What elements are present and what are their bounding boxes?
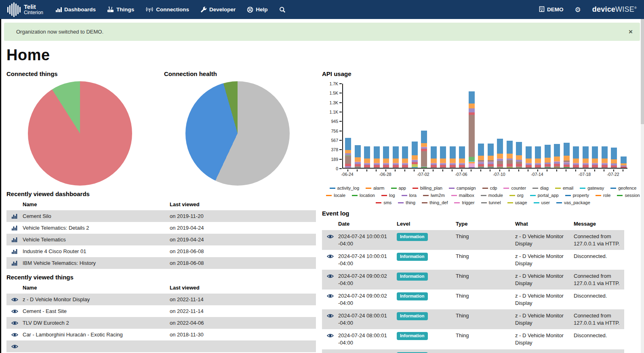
column-header-message: Message xyxy=(574,221,624,227)
telit-cinterion-logo[interactable]: Telit Cinterion xyxy=(7,2,43,17)
x-axis-tick-label: -07-06 xyxy=(455,172,467,177)
stacked-bar xyxy=(450,146,456,168)
eye-icon[interactable] xyxy=(322,332,338,346)
event-log-row[interactable]: 2024-07-24 09:00:02-04:00InformationThin… xyxy=(322,270,624,290)
event-date: 2024-07-24 10:00:01-04:00 xyxy=(338,233,397,247)
legend-item-email: email xyxy=(555,186,573,190)
table-row[interactable]: IBM Vehicle Telematics: Historyon 2018-0… xyxy=(6,257,316,269)
status-badge: Information xyxy=(397,292,428,300)
table-row[interactable]: Industrie 4 Cisco Router 01on 2018-06-08 xyxy=(6,245,316,257)
row-name[interactable]: Car - Lamborghini Huracán - Exotic Racin… xyxy=(23,332,170,338)
eye-icon[interactable] xyxy=(6,321,23,326)
nav-item-things[interactable]: Things xyxy=(107,6,134,13)
search-button[interactable] xyxy=(279,6,286,13)
row-name[interactable]: Industrie 4 Cisco Router 01 xyxy=(23,248,170,254)
stacked-bar xyxy=(602,146,608,168)
legend-item-billing_plan: billing_plan xyxy=(412,186,442,190)
eye-icon[interactable] xyxy=(322,312,338,326)
x-axis-tick-label: -07-14 xyxy=(531,172,543,177)
x-axis-tick-label: -06-24 xyxy=(341,172,353,177)
legend-item-session: session xyxy=(617,193,640,198)
top-navbar: Telit Cinterion Dashboards Things Connec… xyxy=(0,0,644,19)
row-name[interactable]: Cement Silo xyxy=(23,213,170,219)
table-row[interactable]: Car - Lamborghini Huracán - Exotic Racin… xyxy=(6,329,316,340)
bar-chart-icon[interactable] xyxy=(6,213,23,219)
row-last-viewed: on 2022-11-14 xyxy=(170,296,316,302)
event-log-panel: Event log Date Level Type What Message 2… xyxy=(322,210,644,353)
event-log-row[interactable]: 2024-07-24 08:00:01-04:00InformationThin… xyxy=(322,329,624,349)
stacked-bar xyxy=(564,143,570,168)
table-row[interactable]: Cement - East Siteon 2022-11-14 xyxy=(6,305,316,317)
row-last-viewed: on 2019-04-24 xyxy=(170,225,316,231)
event-log-row[interactable]: 2024-07-24 10:00:01-04:00InformationThin… xyxy=(322,250,624,270)
gear-icon[interactable]: ⚙ xyxy=(575,6,581,14)
y-axis-tick-label: 378 xyxy=(322,147,338,152)
bar-chart-icon[interactable] xyxy=(6,260,23,266)
eye-icon[interactable] xyxy=(6,297,23,302)
eye-icon[interactable] xyxy=(6,309,23,314)
legend-item-lora: lora xyxy=(402,193,417,198)
column-header-name: Name xyxy=(23,201,170,207)
nav-item-developer[interactable]: Developer xyxy=(200,6,236,13)
event-level: Information xyxy=(397,273,456,287)
row-name[interactable]: IBM Vehicle Telematics: History xyxy=(23,260,170,266)
event-what: z - D Vehicle Monitor Display xyxy=(515,332,574,346)
eye-icon[interactable] xyxy=(6,332,23,337)
event-log-row[interactable]: 2024-07-24 08:00:01-04:00InformationThin… xyxy=(322,309,624,329)
table-row[interactable]: Cement Siloon 2019-11-20 xyxy=(6,210,316,222)
row-name[interactable]: Vehicle Telematics xyxy=(23,237,170,243)
table-row[interactable]: z - D Vehicle Monitor Displayon 2022-11-… xyxy=(6,294,316,305)
vertical-scrollbar[interactable] xyxy=(641,19,644,353)
bar-chart-icon[interactable] xyxy=(6,237,23,242)
event-log-row[interactable]: 2024-07-24 10:00:01-04:00InformationThin… xyxy=(322,230,624,250)
legend-item-role: role xyxy=(596,193,610,198)
recent-dashboards-table: Name Last viewed Cement Siloon 2019-11-2… xyxy=(6,199,316,269)
stacked-bar xyxy=(345,138,351,168)
legend-item-usage: usage xyxy=(507,200,527,205)
recent-things-panel: Recently viewed things Name Last viewed … xyxy=(6,274,316,352)
table-row[interactable]: TLV DW Eurotech 2on 2022-04-06 xyxy=(6,317,316,329)
row-name[interactable]: z - D Vehicle Monitor Display xyxy=(23,296,170,302)
event-log-row[interactable]: 2024-07-24 09:00:02-04:00InformationThin… xyxy=(322,290,624,309)
table-row[interactable]: Vehicle Telematicson 2019-04-24 xyxy=(6,234,316,245)
stacked-bar xyxy=(431,146,437,168)
org-switcher[interactable]: DEMO xyxy=(539,6,564,13)
event-message: Disconnected. xyxy=(574,253,624,267)
stacked-bar xyxy=(364,146,370,168)
eye-icon[interactable] xyxy=(322,253,338,267)
connection-health-title: Connection health xyxy=(164,70,322,77)
nav-item-connections[interactable]: Connections xyxy=(145,6,189,13)
event-log-row[interactable]: 2024-07-24 07:00:02-04:00InformationThin… xyxy=(322,349,624,353)
event-message: Connected from 127.0.0.1 via HTTP. xyxy=(574,273,624,287)
table-row-partial[interactable] xyxy=(6,340,316,352)
eye-icon[interactable] xyxy=(322,233,338,247)
eye-icon[interactable] xyxy=(322,292,338,306)
eye-icon[interactable] xyxy=(322,273,338,287)
y-axis-tick-label: 945 xyxy=(322,119,338,124)
nav-item-dashboards[interactable]: Dashboards xyxy=(55,6,96,13)
x-axis-tick-label: -07-22 xyxy=(607,172,619,177)
legend-item-thing_def: thing_def xyxy=(422,200,448,205)
row-name[interactable]: Vehicle Telematics: Details 2 xyxy=(23,225,170,231)
stacked-bar xyxy=(383,146,389,168)
recent-dashboards-panel: Recently viewed dashboards Name Last vie… xyxy=(6,190,316,269)
event-date: 2024-07-24 09:00:02-04:00 xyxy=(338,273,397,287)
row-last-viewed: on 2019-11-20 xyxy=(170,213,316,219)
legend-item-trigger: trigger xyxy=(454,200,474,205)
table-row[interactable]: Vehicle Telematics: Details 2on 2019-04-… xyxy=(6,222,316,234)
status-badge: Information xyxy=(397,332,428,340)
bar-chart-icon[interactable] xyxy=(6,225,23,230)
close-icon[interactable]: × xyxy=(629,28,633,36)
event-what: z - D Vehicle Monitor Display xyxy=(515,312,574,326)
api-usage-legend: activity_logalarmappbilling_plancampaign… xyxy=(322,186,644,205)
event-level: Information xyxy=(397,312,456,326)
row-name[interactable]: TLV DW Eurotech 2 xyxy=(23,320,170,326)
api-usage-bar-chart: 01893785677569451.1K1.3K1.5K1.7K-06-24-0… xyxy=(322,79,644,179)
x-axis-tick-label: -06-28 xyxy=(379,172,391,177)
y-axis-tick-label: 0 xyxy=(322,166,338,171)
legend-item-activity_log: activity_log xyxy=(330,186,359,190)
bar-chart-icon[interactable] xyxy=(6,249,23,254)
row-name[interactable]: Cement - East Site xyxy=(23,308,170,314)
event-date: 2024-07-24 08:00:01-04:00 xyxy=(338,312,397,326)
nav-item-help[interactable]: Help xyxy=(247,6,267,13)
